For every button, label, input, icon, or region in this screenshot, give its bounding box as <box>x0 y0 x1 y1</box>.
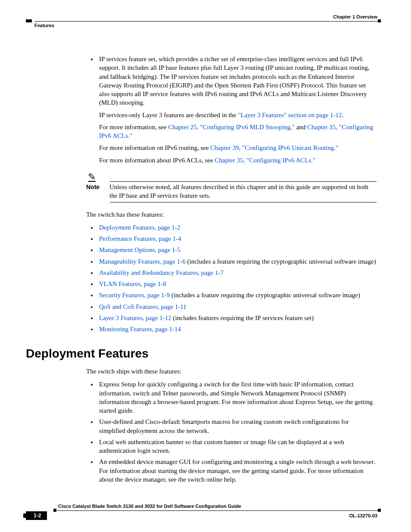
cross-ref-link[interactable]: Layer 3 Features, page 1-12 <box>99 314 171 321</box>
cross-ref-link[interactable]: QoS and CoS Features, page 1-11 <box>99 303 187 310</box>
cross-ref-link[interactable]: Manageability Features, page 1-6 <box>99 258 186 265</box>
guide-title: Cisco Catalyst Blade Switch 3130 and 303… <box>58 504 241 509</box>
deployment-bullet-list: Express Setup for quickly configuring a … <box>86 380 377 484</box>
deployment-features-heading: Deployment Features <box>26 345 377 362</box>
list-item: Deployment Features, page 1-2 <box>97 223 377 232</box>
header-rule <box>34 21 381 22</box>
list-item: Security Features, page 1-9 (includes a … <box>97 291 377 299</box>
cross-ref-link[interactable]: Availability and Redundancy Features, pa… <box>99 269 224 276</box>
note-icon: ✎ <box>88 173 96 181</box>
list-item: Availability and Redundancy Features, pa… <box>97 268 377 277</box>
list-item: QoS and CoS Features, page 1-11 <box>97 302 377 311</box>
indent-para: IP services-only Layer 3 features are de… <box>99 111 377 119</box>
list-item: Express Setup for quickly configuring a … <box>97 380 377 415</box>
note-text: Unless otherwise noted, all features des… <box>109 184 368 199</box>
section-label: Features <box>34 23 54 28</box>
list-item: Performance Features, page 1-4 <box>97 234 377 243</box>
list-item: Local web authentication banner so that … <box>97 438 377 455</box>
top-bullet-list: IP services feature set, which provides … <box>86 55 377 165</box>
list-item: IP services feature set, which provides … <box>97 55 377 165</box>
list-item: Manageability Features, page 1-6 (includ… <box>97 257 377 266</box>
page-number: 1-2 <box>26 511 47 520</box>
cross-ref-link[interactable]: Chapter 25, "Configuring IPv6 MLD Snoopi… <box>168 124 295 131</box>
cross-ref-link[interactable]: Chapter 35, "Configuring IPv6 ACLs." <box>215 157 315 164</box>
page-footer: Cisco Catalyst Blade Switch 3130 and 303… <box>26 505 381 527</box>
note-label: Note <box>86 184 100 190</box>
cross-ref-link[interactable]: Chapter 39, "Configuring IPv6 Unicast Ro… <box>210 144 338 151</box>
list-item: Layer 3 Features, page 1-12 (includes fe… <box>97 314 377 322</box>
cross-ref-link[interactable]: Security Features, page 1-9 <box>99 292 170 299</box>
body-content: IP services feature set, which provides … <box>86 55 377 484</box>
list-item: VLAN Features, page 1-8 <box>97 280 377 288</box>
list-item: Monitoring Features, page 1-14 <box>97 325 377 333</box>
list-item: User-defined and Cisco-default Smartport… <box>97 417 377 435</box>
cross-ref-link[interactable]: "Layer 3 Features" section on page 1-12 <box>238 112 342 118</box>
section-intro: The switch ships with these features: <box>86 367 377 376</box>
bullet-text: IP services feature set, which provides … <box>99 56 369 106</box>
cross-ref-link[interactable]: Management Options, page 1-5 <box>99 246 181 253</box>
indent-para: For more information about IPv6 ACLs, se… <box>99 156 377 165</box>
indent-para: For more information on IPv6 routing, se… <box>99 143 377 152</box>
decor-box <box>53 509 56 512</box>
doc-id: OL-13270-03 <box>349 513 377 518</box>
decor-box <box>26 19 32 22</box>
list-item: Management Options, page 1-5 <box>97 246 377 254</box>
chapter-label: Chapter 1 Overview <box>333 14 377 19</box>
footer-rule <box>57 510 381 511</box>
list-item: An embedded device manager GUI for confi… <box>97 457 377 484</box>
note-block: ✎ Note Unless otherwise noted, all featu… <box>86 172 377 202</box>
indent-para: For more information, see Chapter 25, "C… <box>99 123 377 140</box>
intro-para: The switch has these features: <box>86 210 377 219</box>
feature-link-list: Deployment Features, page 1-2Performance… <box>86 223 377 334</box>
cross-ref-link[interactable]: Deployment Features, page 1-2 <box>99 224 180 231</box>
cross-ref-link[interactable]: Performance Features, page 1-4 <box>99 235 181 242</box>
page-header: Chapter 1 Overview Features <box>26 15 381 29</box>
cross-ref-link[interactable]: VLAN Features, page 1-8 <box>99 280 166 287</box>
cross-ref-link[interactable]: Monitoring Features, page 1-14 <box>99 326 181 333</box>
